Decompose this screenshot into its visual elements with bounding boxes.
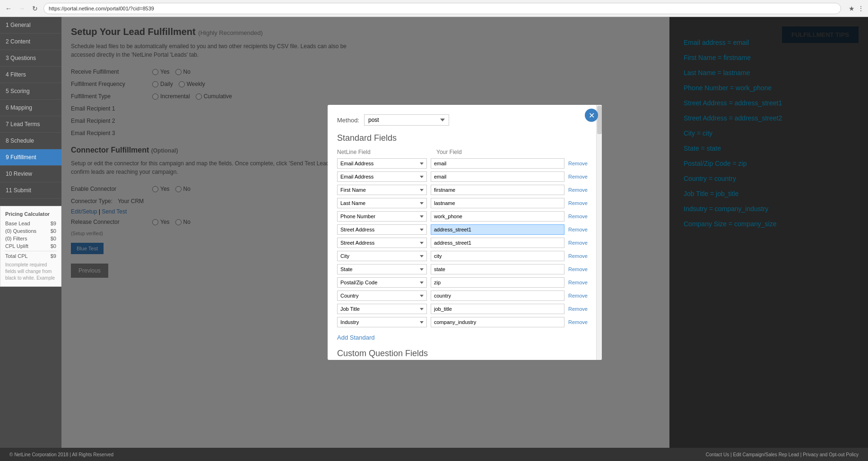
address-bar[interactable]: [43, 3, 841, 14]
method-label: Method:: [337, 117, 359, 124]
remove-link-10[interactable]: Remove: [568, 293, 588, 299]
sidebar-item-fulfillment[interactable]: 9 Fulfillment: [0, 149, 61, 166]
netline-select-1[interactable]: Email AddressFirst NameLast NamePhone Nu…: [337, 171, 427, 182]
star-icon[interactable]: ★: [849, 5, 855, 12]
your-field-input-4[interactable]: [431, 211, 564, 222]
remove-link-3[interactable]: Remove: [568, 200, 588, 206]
back-button[interactable]: ←: [4, 4, 13, 13]
sidebar-item-review[interactable]: 10 Review: [0, 166, 61, 182]
questions-value: $0: [51, 228, 56, 234]
base-lead-value: $9: [51, 221, 56, 226]
netline-select-10[interactable]: Email AddressFirst NameLast NamePhone Nu…: [337, 290, 427, 301]
base-lead-label: Base Lead: [5, 221, 30, 226]
your-field-input-2[interactable]: [431, 185, 564, 195]
remove-link-6[interactable]: Remove: [568, 240, 588, 246]
add-standard-link[interactable]: Add Standard: [337, 334, 375, 341]
cpl-uplift-label: CPL Uplift: [5, 243, 28, 249]
sidebar-item-questions[interactable]: 3 Questions: [0, 50, 61, 67]
your-field-input-8[interactable]: [431, 264, 564, 274]
sidebar-item-filters[interactable]: 4 Filters: [0, 67, 61, 83]
remove-link-1[interactable]: Remove: [568, 174, 588, 179]
your-field-input-0[interactable]: [431, 158, 564, 169]
field-row-3: Email AddressFirst NameLast NamePhone Nu…: [337, 198, 588, 208]
field-row-1: Email AddressFirst NameLast NamePhone Nu…: [337, 171, 588, 182]
remove-link-7[interactable]: Remove: [568, 253, 588, 259]
browser-chrome: ← → ↻ ★ ⋮: [0, 0, 868, 17]
your-field-input-9[interactable]: [431, 277, 564, 288]
remove-link-11[interactable]: Remove: [568, 306, 588, 312]
your-field-input-12[interactable]: [431, 317, 564, 327]
netline-select-2[interactable]: Email AddressFirst NameLast NamePhone Nu…: [337, 185, 427, 195]
netline-select-6[interactable]: Email AddressFirst NameLast NamePhone Nu…: [337, 238, 427, 248]
modal-close-button[interactable]: ✕: [585, 109, 598, 122]
your-field-header: Your Field: [436, 149, 462, 155]
modal-content: Method: post get Standard Fields NetLine…: [328, 105, 602, 360]
your-field-input-1[interactable]: [431, 171, 564, 182]
pricing-calculator: Pricing Calculator Base Lead $9 (0) Ques…: [0, 206, 61, 287]
netline-select-3[interactable]: Email AddressFirst NameLast NamePhone Nu…: [337, 198, 427, 208]
footer: © NetLine Corporation 2018 | All Rights …: [0, 448, 868, 461]
sidebar-item-lead-terms[interactable]: 7 Lead Terms: [0, 116, 61, 133]
field-row-12: Email AddressFirst NameLast NamePhone Nu…: [337, 317, 588, 327]
sidebar-item-mapping[interactable]: 6 Mapping: [0, 100, 61, 116]
pricing-note: Incomplete required fields will change f…: [5, 262, 56, 282]
your-field-input-10[interactable]: [431, 290, 564, 301]
field-row-11: Email AddressFirst NameLast NamePhone Nu…: [337, 304, 588, 314]
field-row-5: Email AddressFirst NameLast NamePhone Nu…: [337, 224, 588, 235]
modal-scrollbar[interactable]: [596, 105, 602, 360]
reload-button[interactable]: ↻: [30, 4, 40, 13]
netline-select-5[interactable]: Email AddressFirst NameLast NamePhone Nu…: [337, 224, 427, 235]
sidebar-item-content[interactable]: 2 Content: [0, 34, 61, 50]
footer-link-campaign[interactable]: Edit Campaign/Sales Rep Lead: [733, 452, 799, 457]
menu-icon[interactable]: ⋮: [858, 5, 864, 12]
remove-link-12[interactable]: Remove: [568, 319, 588, 325]
total-cpl-label: Total CPL: [5, 253, 28, 259]
field-row-7: Email AddressFirst NameLast NamePhone Nu…: [337, 251, 588, 261]
field-row-6: Email AddressFirst NameLast NamePhone Nu…: [337, 238, 588, 248]
remove-link-0[interactable]: Remove: [568, 161, 588, 166]
sidebar-item-schedule[interactable]: 8 Schedule: [0, 133, 61, 149]
standard-fields-title: Standard Fields: [337, 133, 588, 143]
netline-select-4[interactable]: Email AddressFirst NameLast NamePhone Nu…: [337, 211, 427, 222]
sidebar-item-scoring[interactable]: 5 Scoring: [0, 83, 61, 100]
forward-button[interactable]: →: [17, 4, 26, 13]
custom-fields-title: Custom Question Fields: [337, 349, 588, 359]
method-select[interactable]: post get: [364, 114, 449, 126]
netline-select-9[interactable]: Email AddressFirst NameLast NamePhone Nu…: [337, 277, 427, 288]
remove-link-8[interactable]: Remove: [568, 266, 588, 272]
netline-select-12[interactable]: Email AddressFirst NameLast NamePhone Nu…: [337, 317, 427, 327]
your-field-input-5[interactable]: [431, 224, 564, 235]
footer-link-privacy[interactable]: Privacy and Opt-out Policy: [803, 452, 859, 457]
netline-select-7[interactable]: Email AddressFirst NameLast NamePhone Nu…: [337, 251, 427, 261]
questions-label: (0) Questions: [5, 228, 36, 234]
method-row: Method: post get: [337, 114, 588, 126]
content-area: Setup Your Lead Fulfillment (Highly Reco…: [61, 17, 868, 448]
field-row-2: Email AddressFirst NameLast NamePhone Nu…: [337, 185, 588, 195]
netline-select-8[interactable]: Email AddressFirst NameLast NamePhone Nu…: [337, 264, 427, 274]
fields-header: NetLine Field Your Field: [337, 149, 588, 155]
fulfillment-modal: ✕ Method: post get Standard Fields NetLi…: [328, 105, 602, 360]
filters-value: $0: [51, 236, 56, 241]
footer-link-contact[interactable]: Contact Us: [706, 452, 729, 457]
field-rows-container: Email AddressFirst NameLast NamePhone Nu…: [337, 158, 588, 327]
remove-link-5[interactable]: Remove: [568, 227, 588, 232]
remove-link-2[interactable]: Remove: [568, 187, 588, 193]
scrollbar-thumb: [597, 106, 602, 134]
sidebar-item-submit[interactable]: 11 Submit: [0, 182, 61, 199]
field-row-10: Email AddressFirst NameLast NamePhone Nu…: [337, 290, 588, 301]
your-field-input-11[interactable]: [431, 304, 564, 314]
remove-link-4[interactable]: Remove: [568, 213, 588, 219]
your-field-input-7[interactable]: [431, 251, 564, 261]
sidebar: 1 General 2 Content 3 Questions 4 Filter…: [0, 17, 61, 448]
pricing-title: Pricing Calculator: [5, 211, 56, 217]
remove-link-9[interactable]: Remove: [568, 280, 588, 285]
netline-field-header: NetLine Field: [337, 149, 432, 155]
your-field-input-6[interactable]: [431, 238, 564, 248]
total-cpl-value: $9: [51, 253, 56, 259]
sidebar-item-general[interactable]: 1 General: [0, 17, 61, 34]
netline-select-11[interactable]: Email AddressFirst NameLast NamePhone Nu…: [337, 304, 427, 314]
netline-select-0[interactable]: Email AddressFirst NameLast NamePhone Nu…: [337, 158, 427, 169]
your-field-input-3[interactable]: [431, 198, 564, 208]
field-row-8: Email AddressFirst NameLast NamePhone Nu…: [337, 264, 588, 274]
main-wrapper: 1 General 2 Content 3 Questions 4 Filter…: [0, 17, 868, 448]
